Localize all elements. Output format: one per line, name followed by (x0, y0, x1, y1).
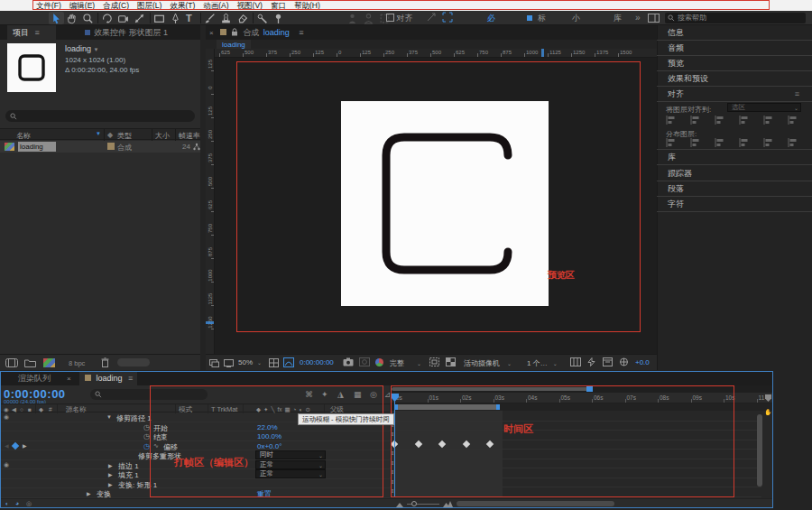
viewer-subtab[interactable]: loading (217, 40, 251, 49)
region-of-interest-icon[interactable] (429, 357, 439, 366)
new-folder-icon[interactable] (24, 358, 36, 367)
sidebar-panel-1[interactable]: 音频 (657, 41, 812, 56)
puppet-pin-tool-icon[interactable] (272, 13, 286, 24)
composition-flowchart-icon[interactable]: ⌘ (305, 390, 313, 399)
layer-property-row[interactable]: ▶填充 1正常⌄ (1, 469, 390, 479)
align-icon-2[interactable] (715, 116, 726, 125)
layer-property-row[interactable]: ◀▶◷∿偏移0x+0.0° (1, 441, 390, 451)
rectangle-tool-icon[interactable] (153, 13, 167, 24)
sidebar-panel-3[interactable]: 效果和预设 (657, 71, 812, 87)
zoom-in-mountain-icon[interactable] (443, 501, 453, 507)
zoom-level-dropdown[interactable]: 50%⌄ (238, 358, 262, 366)
menu-item[interactable]: 视图(V) (237, 1, 263, 10)
property-name[interactable]: 变换 (97, 489, 111, 498)
view-layout-dropdown[interactable]: 1 个…⌄ (527, 358, 558, 368)
panel-menu-icon[interactable]: ≡ (35, 28, 40, 37)
timeline-button-icon[interactable] (603, 357, 613, 366)
timeline-search-box[interactable] (90, 389, 208, 400)
new-composition-icon[interactable] (43, 358, 55, 367)
lock-icon[interactable] (231, 28, 238, 36)
work-area-end-handle[interactable] (496, 404, 500, 410)
sidebar-panel-8[interactable]: 字符 (657, 197, 812, 212)
close-icon[interactable]: × (67, 372, 71, 385)
viewer-timecode[interactable]: 0:00:00:00 (300, 358, 334, 366)
frame-blend-icon[interactable]: ▦ (354, 390, 362, 399)
keyframe-diamond[interactable] (414, 440, 421, 447)
property-value[interactable]: 重置 (257, 489, 272, 498)
workspace-tab[interactable]: 库 (614, 11, 622, 25)
panel-menu-icon[interactable]: ≡ (299, 28, 303, 37)
comp-name[interactable]: loading (65, 44, 91, 53)
sidebar-panel-6[interactable]: 跟踪器 (657, 166, 812, 181)
panel-menu-icon[interactable]: ≡ (128, 374, 133, 383)
time-navigator-end-handle[interactable] (586, 386, 593, 392)
property-value[interactable]: 22.0% (257, 423, 278, 431)
selection-tool-icon[interactable] (51, 13, 64, 24)
layer-property-row[interactable]: ▶变换重置 (1, 488, 390, 498)
align-icon-1[interactable] (690, 116, 702, 125)
twirl-icon[interactable]: ▶ (108, 462, 113, 468)
sidebar-panel-5[interactable]: 库 (657, 150, 812, 165)
zoom-tool-icon[interactable] (82, 13, 96, 24)
distribute-icon-0[interactable] (666, 138, 678, 147)
camera-view-dropdown[interactable]: 活动摄像机⌄ (464, 358, 512, 368)
horizontal-scrollbar[interactable] (457, 501, 614, 506)
brush-tool-icon[interactable] (204, 13, 217, 24)
label-column-icon[interactable]: ◆ (107, 131, 113, 139)
pan-behind-tool-icon[interactable] (134, 13, 147, 24)
keyframe-nav-prev-icon[interactable]: ◀ (5, 442, 9, 449)
keyframe-diamond[interactable] (462, 440, 469, 447)
align-icon-4[interactable] (763, 116, 775, 125)
twirl-icon[interactable]: ▶ (108, 481, 113, 487)
snap-checkbox[interactable]: 对齐 (386, 13, 413, 24)
project-bpc[interactable]: 8 bpc (69, 359, 85, 367)
work-area-bar[interactable] (394, 404, 500, 410)
tab-project[interactable]: 项目 ≡ (7, 25, 56, 40)
property-value[interactable]: 0x+0.0° (257, 442, 281, 450)
project-search-box[interactable] (5, 110, 195, 122)
motion-blur-toggle-icon[interactable]: ◎ (26, 500, 32, 507)
motion-path-icon[interactable] (426, 12, 437, 23)
orbit-camera-tool-icon[interactable] (101, 13, 115, 24)
comp-mini-flowchart-icon[interactable]: ✋ (764, 409, 772, 416)
project-flowchart-pill[interactable] (117, 358, 150, 366)
keyframe-diamond[interactable] (438, 440, 446, 447)
zoom-out-mountain-icon[interactable] (396, 502, 403, 507)
show-snapshot-icon[interactable] (359, 357, 370, 366)
pixel-aspect-icon[interactable] (570, 357, 581, 366)
column-type[interactable]: 类型 (117, 131, 132, 141)
keyframe-nav-diamond-icon[interactable] (12, 441, 19, 449)
workspace-overflow[interactable]: » (635, 11, 641, 25)
property-mode-dropdown[interactable]: 正常⌄ (255, 469, 326, 478)
help-search-box[interactable]: 搜索帮助 (665, 13, 806, 23)
layer-property-row[interactable]: ▶变换: 矩形 1 (1, 479, 390, 489)
chevron-down-icon[interactable]: ▼ (94, 47, 99, 52)
fast-previews-icon[interactable] (586, 357, 596, 366)
stopwatch-icon[interactable]: ◷ (143, 432, 150, 440)
sidebar-panel-4[interactable]: 对齐≡ (657, 87, 812, 102)
resolution-dropdown[interactable]: 完整⌄ (390, 358, 421, 368)
distribute-icon-5[interactable] (788, 138, 799, 147)
workspace-bar-icon[interactable] (648, 14, 660, 23)
row-comp-name[interactable]: loading (18, 142, 56, 152)
frame-blend-toggle-icon[interactable]: ◕ (15, 500, 19, 506)
menu-item[interactable]: 图层(L) (137, 1, 161, 10)
motion-blur-icon[interactable]: ◎ (370, 390, 377, 399)
align-to-dropdown[interactable]: 选区⌄ (727, 103, 801, 112)
sidebar-panel-7[interactable]: 段落 (657, 181, 812, 197)
camera-tool-icon[interactable] (117, 13, 131, 24)
tab-render-queue[interactable]: 渲染队列 (18, 372, 51, 385)
visibility-eye-icon[interactable]: ◉ (4, 461, 9, 468)
stopwatch-icon[interactable]: ◷ (143, 442, 150, 450)
time-ruler[interactable]: 0s01s02s03s04s05s06s07s08s09s10s11 (390, 393, 772, 403)
timeline-zoom-slider[interactable] (407, 504, 439, 505)
close-icon[interactable]: × (209, 29, 214, 37)
distribute-icon-4[interactable] (763, 138, 775, 147)
distribute-icon-1[interactable] (690, 138, 702, 147)
visibility-eye-icon[interactable]: ◉ (4, 413, 9, 421)
align-icon-5[interactable] (788, 116, 799, 125)
tab-effect-controls[interactable]: 效果控件 形状图层 1 (85, 25, 168, 40)
sidebar-panel-2[interactable]: 预览 (657, 56, 812, 71)
pen-tool-icon[interactable] (170, 13, 183, 24)
menu-item[interactable]: 动画(A) (203, 1, 228, 10)
